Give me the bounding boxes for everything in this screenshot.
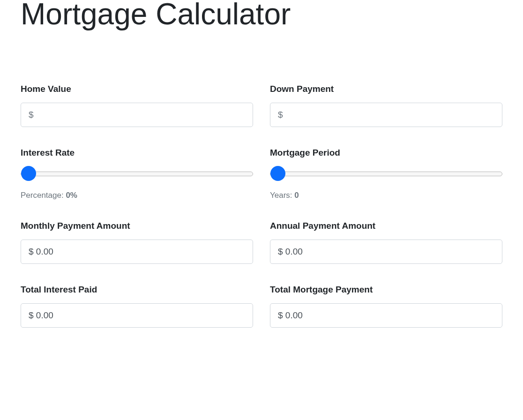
interest-rate-slider[interactable] xyxy=(21,172,253,176)
down-payment-group: Down Payment xyxy=(270,84,502,127)
mortgage-period-label: Mortgage Period xyxy=(270,148,502,158)
monthly-payment-group: Monthly Payment Amount $ 0.00 xyxy=(21,221,253,264)
mortgage-period-caption-value: 0 xyxy=(294,191,299,200)
page-title: Mortgage Calculator xyxy=(21,0,502,32)
mortgage-period-caption-prefix: Years: xyxy=(270,191,294,200)
total-interest-output: $ 0.00 xyxy=(21,303,253,328)
mortgage-period-caption: Years: 0 xyxy=(270,191,502,200)
annual-payment-output: $ 0.00 xyxy=(270,240,502,264)
annual-payment-label: Annual Payment Amount xyxy=(270,221,502,231)
home-value-group: Home Value xyxy=(21,84,253,127)
total-mortgage-group: Total Mortgage Payment $ 0.00 xyxy=(270,285,502,328)
mortgage-period-group: Mortgage Period Years: 0 xyxy=(270,148,502,200)
monthly-payment-output: $ 0.00 xyxy=(21,240,253,264)
down-payment-input[interactable] xyxy=(270,103,502,127)
interest-rate-label: Interest Rate xyxy=(21,148,253,158)
interest-rate-group: Interest Rate Percentage: 0% xyxy=(21,148,253,200)
total-mortgage-output: $ 0.00 xyxy=(270,303,502,328)
interest-rate-caption: Percentage: 0% xyxy=(21,191,253,200)
home-value-label: Home Value xyxy=(21,84,253,94)
total-interest-group: Total Interest Paid $ 0.00 xyxy=(21,285,253,328)
home-value-input[interactable] xyxy=(21,103,253,127)
interest-rate-caption-prefix: Percentage: xyxy=(21,191,66,200)
interest-rate-caption-value: 0% xyxy=(66,191,77,200)
total-mortgage-label: Total Mortgage Payment xyxy=(270,285,502,295)
mortgage-period-slider[interactable] xyxy=(270,172,502,176)
monthly-payment-label: Monthly Payment Amount xyxy=(21,221,253,231)
down-payment-label: Down Payment xyxy=(270,84,502,94)
total-interest-label: Total Interest Paid xyxy=(21,285,253,295)
calculator-form: Home Value Down Payment Interest Rate Pe… xyxy=(21,84,502,328)
annual-payment-group: Annual Payment Amount $ 0.00 xyxy=(270,221,502,264)
